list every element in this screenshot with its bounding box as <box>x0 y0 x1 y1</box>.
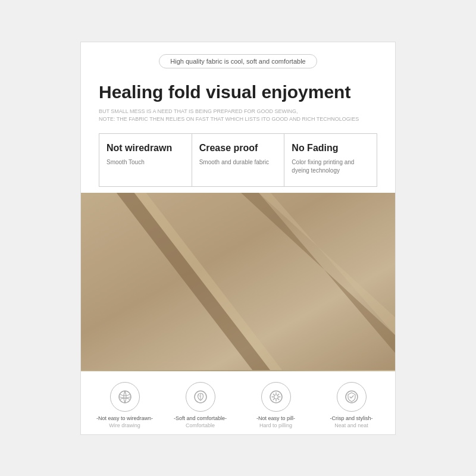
icon-item-4: -Crisp and stylish- Neat and neat <box>314 382 389 428</box>
icon-label-sub-1: Wire drawing <box>109 422 140 428</box>
icon-item-1: -Not easy to wiredrawn- Wire drawing <box>87 382 162 428</box>
svg-point-6 <box>119 391 131 403</box>
icon-label-main-3: -Not easy to pill- <box>256 415 295 421</box>
yarn-icon <box>110 382 140 412</box>
icon-label-sub-2: Comfortable <box>186 422 215 428</box>
icon-item-2: -Soft and comfortable- Comfortable <box>162 382 238 428</box>
feature-box-2: Crease proof Smooth and durable fabric <box>192 133 285 187</box>
icon-label-main-4: -Crisp and stylish- <box>330 415 372 421</box>
quality-tag: High quality fabric is cool, soft and co… <box>159 54 317 68</box>
tag-pill-wrap: High quality fabric is cool, soft and co… <box>99 54 377 76</box>
product-card: High quality fabric is cool, soft and co… <box>80 42 396 435</box>
icon-item-3: -Not easy to pill- Hard to pilling <box>238 382 314 428</box>
hero-subtext: BUT SMALL MESS IS A NEED THAT IS BEING P… <box>99 108 377 124</box>
fabric-texture-svg <box>81 193 395 371</box>
top-section: High quality fabric is cool, soft and co… <box>81 42 395 193</box>
feature-title-3: No Fading <box>292 142 369 154</box>
feature-title-1: Not wiredrawn <box>107 142 184 154</box>
feature-box-1: Not wiredrawn Smooth Touch <box>99 133 192 187</box>
feature-box-3: No Fading Color fixing printing and dyei… <box>284 133 377 187</box>
svg-point-10 <box>274 394 278 399</box>
fabric-image <box>81 193 395 371</box>
icon-label-sub-4: Neat and neat <box>334 422 368 428</box>
feature-desc-3: Color fixing printing and dyeing technol… <box>292 158 369 175</box>
feature-desc-2: Smooth and durable fabric <box>199 158 277 167</box>
page-title: Healing fold visual enjoyment <box>99 82 377 103</box>
feature-desc-1: Smooth Touch <box>107 158 184 167</box>
icon-label-main-1: -Not easy to wiredrawn- <box>96 415 153 421</box>
shield-icon <box>337 382 367 412</box>
features-row: Not wiredrawn Smooth Touch Crease proof … <box>99 133 377 187</box>
gear-icon <box>261 382 291 412</box>
icon-label-sub-3: Hard to pilling <box>259 422 292 428</box>
leaf-icon <box>186 382 215 412</box>
bottom-icons: -Not easy to wiredrawn- Wire drawing -So… <box>81 371 395 434</box>
icon-label-main-2: -Soft and comfortable- <box>174 415 227 421</box>
feature-title-2: Crease proof <box>199 142 277 154</box>
svg-rect-5 <box>81 193 395 371</box>
